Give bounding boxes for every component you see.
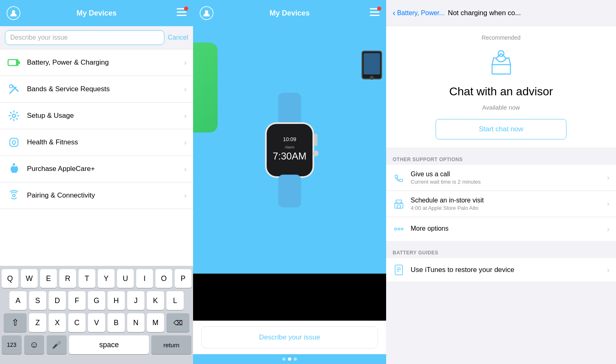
menu-item-battery[interactable]: Battery, Power & Charging › bbox=[0, 49, 193, 76]
chevron-setup: › bbox=[184, 112, 187, 120]
apple-icon bbox=[7, 162, 21, 176]
menu-item-health[interactable]: Health & Fitness › bbox=[0, 129, 193, 156]
tablet-device bbox=[362, 51, 382, 79]
guide-item-itunes[interactable]: Use iTunes to restore your device › bbox=[386, 258, 616, 282]
left-header: My Devices bbox=[0, 0, 193, 26]
menu-list: Battery, Power & Charging › Bands & Serv… bbox=[0, 49, 193, 266]
search-input[interactable] bbox=[10, 34, 159, 41]
menu-label-health: Health & Fitness bbox=[27, 138, 184, 146]
back-chevron-icon[interactable]: ‹ bbox=[393, 8, 396, 18]
svg-point-0 bbox=[12, 10, 15, 13]
menu-label-pairing: Pairing & Connectivity bbox=[27, 191, 184, 200]
svg-point-37 bbox=[398, 228, 400, 230]
store-chevron: › bbox=[607, 200, 609, 208]
menu-item-pairing[interactable]: Pairing & Connectivity › bbox=[0, 182, 193, 209]
dots-icon bbox=[393, 223, 405, 235]
bottom-section: Describe your issue bbox=[193, 274, 386, 354]
menu-item-applecare[interactable]: Purchase AppleCare+ › bbox=[0, 156, 193, 182]
key-k[interactable]: K bbox=[147, 291, 164, 310]
key-g[interactable]: G bbox=[88, 291, 105, 310]
panel-left: My Devices Cancel B bbox=[0, 0, 193, 364]
svg-point-38 bbox=[401, 228, 403, 230]
start-chat-button[interactable]: Start chat now bbox=[436, 119, 567, 139]
key-n[interactable]: N bbox=[127, 313, 144, 332]
middle-menu-icon[interactable] bbox=[370, 8, 380, 18]
return-key[interactable]: return bbox=[151, 335, 191, 354]
key-e[interactable]: E bbox=[40, 269, 57, 288]
space-key[interactable]: space bbox=[69, 335, 149, 354]
key-r[interactable]: R bbox=[59, 269, 76, 288]
describe-issue-button[interactable]: Describe your issue bbox=[201, 326, 378, 348]
back-link[interactable]: Battery, Power... bbox=[397, 9, 445, 17]
svg-text:Alarm: Alarm bbox=[285, 145, 295, 149]
left-header-title: My Devices bbox=[76, 9, 117, 18]
dot-2 bbox=[288, 357, 291, 361]
key-f[interactable]: F bbox=[68, 291, 85, 310]
profile-icon[interactable] bbox=[7, 6, 20, 20]
svg-point-25 bbox=[313, 151, 319, 156]
middle-profile-icon[interactable] bbox=[200, 6, 214, 20]
mic-key[interactable]: 🎤 bbox=[47, 335, 67, 354]
key-a[interactable]: A bbox=[9, 291, 27, 310]
key-l[interactable]: L bbox=[166, 291, 184, 310]
support-item-call[interactable]: Give us a call Current wait time is 2 mi… bbox=[386, 165, 616, 191]
dot-1 bbox=[282, 357, 286, 361]
numbers-key[interactable]: 123 bbox=[2, 335, 22, 354]
describe-btn-container: Describe your issue bbox=[193, 321, 386, 354]
wrench-icon bbox=[7, 82, 21, 97]
keyboard-row-1: Q W E R T Y U I O P bbox=[2, 269, 191, 288]
keyboard: Q W E R T Y U I O P A S D F G H J K L ⇧ … bbox=[0, 266, 193, 364]
svg-rect-15 bbox=[370, 15, 380, 16]
emoji-key[interactable]: ☺ bbox=[24, 335, 44, 354]
available-now: Available now bbox=[482, 104, 520, 111]
key-y[interactable]: Y bbox=[98, 269, 115, 288]
menu-item-setup[interactable]: Setup & Usage › bbox=[0, 103, 193, 129]
key-x[interactable]: X bbox=[49, 313, 66, 332]
support-item-more[interactable]: More options › bbox=[386, 217, 616, 241]
key-t[interactable]: T bbox=[79, 269, 95, 288]
call-title: Give us a call bbox=[411, 171, 607, 178]
key-o[interactable]: O bbox=[155, 269, 172, 288]
key-j[interactable]: J bbox=[127, 291, 144, 310]
svg-point-10 bbox=[12, 114, 16, 117]
key-b[interactable]: B bbox=[108, 313, 125, 332]
key-m[interactable]: M bbox=[147, 313, 164, 332]
middle-header-title: My Devices bbox=[270, 9, 310, 18]
key-z[interactable]: Z bbox=[29, 313, 46, 332]
watch-svg: 10:09 Alarm 7:30AM bbox=[249, 93, 330, 207]
svg-rect-30 bbox=[395, 203, 403, 208]
menu-icon-wrapper[interactable] bbox=[177, 8, 187, 18]
key-v[interactable]: V bbox=[88, 313, 105, 332]
svg-rect-33 bbox=[397, 205, 400, 208]
guides-section: Use iTunes to restore your device › bbox=[386, 258, 616, 282]
key-i[interactable]: I bbox=[136, 269, 153, 288]
svg-point-9 bbox=[9, 85, 13, 88]
key-p[interactable]: P bbox=[175, 269, 191, 288]
key-c[interactable]: C bbox=[68, 313, 85, 332]
chevron-pairing: › bbox=[184, 191, 187, 200]
svg-rect-16 bbox=[278, 93, 301, 126]
phone-icon bbox=[393, 172, 405, 184]
chat-title: Chat with an advisor bbox=[449, 84, 553, 99]
keyboard-row-4: 123 ☺ 🎤 space return bbox=[2, 335, 191, 354]
keyboard-row-2: A S D F G H J K L bbox=[2, 291, 191, 310]
chevron-applecare: › bbox=[184, 165, 187, 173]
menu-item-bands[interactable]: Bands & Service Requests › bbox=[0, 76, 193, 103]
right-header-title: Not charging when co... bbox=[448, 9, 521, 17]
shift-key[interactable]: ⇧ bbox=[4, 313, 27, 332]
key-d[interactable]: D bbox=[49, 291, 66, 310]
chevron-battery: › bbox=[184, 58, 187, 67]
key-s[interactable]: S bbox=[29, 291, 46, 310]
key-u[interactable]: U bbox=[117, 269, 134, 288]
key-w[interactable]: W bbox=[21, 269, 38, 288]
key-q[interactable]: Q bbox=[2, 269, 18, 288]
cancel-button[interactable]: Cancel bbox=[168, 34, 188, 41]
notification-dot bbox=[184, 7, 188, 11]
key-h[interactable]: H bbox=[108, 291, 125, 310]
svg-point-12 bbox=[205, 10, 208, 13]
middle-notification-dot bbox=[377, 7, 381, 11]
support-item-store[interactable]: Schedule an in-store visit 4:00 at Apple… bbox=[386, 191, 616, 217]
delete-key[interactable]: ⌫ bbox=[166, 313, 189, 332]
search-input-wrapper[interactable] bbox=[5, 30, 164, 45]
menu-label-battery: Battery, Power & Charging bbox=[27, 58, 184, 67]
